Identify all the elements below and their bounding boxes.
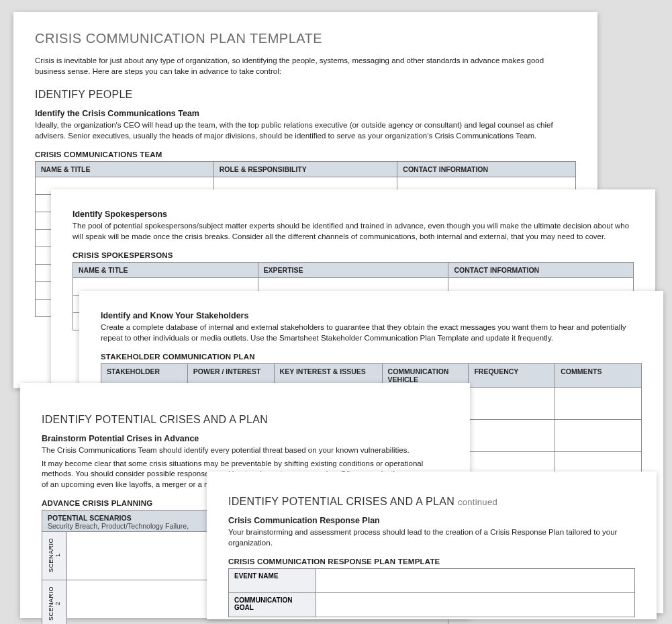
page1-intro: Crisis is inevitable for just about any … [35,56,576,77]
page3-sub-title: Identify and Know Your Stakeholders [101,311,642,320]
row-comm-goal: COMMUNICATION GOAL [229,593,316,617]
page5-table-title: CRISIS COMMUNICATION RESPONSE PLAN TEMPL… [228,558,635,566]
page1-sub1-body: Ideally, the organization's CEO will hea… [35,120,576,141]
page2-table-title: CRISIS SPOKESPERSONS [73,251,634,259]
page1-section-heading: IDENTIFY PEOPLE [35,89,576,101]
table-row: EVENT NAME [229,569,635,593]
scenario-1-label: SCENARIO 1 [48,535,61,575]
col-comments: COMMENTS [555,364,642,388]
col-expertise: EXPERTISE [258,263,448,278]
col-name-title: NAME & TITLE [36,162,214,177]
scenario-2-label: SCENARIO 2 [48,584,61,623]
page3-sub-body: Create a complete database of internal a… [101,322,642,343]
col-contact: CONTACT INFORMATION [397,162,576,177]
col-contact: CONTACT INFORMATION [448,263,634,278]
page5-sec-title: IDENTIFY POTENTIAL CRISES AND A PLAN [228,496,454,507]
page2-sub-title: Identify Spokespersons [73,210,634,219]
col-role: ROLE & RESPONSIBILITY [213,162,397,177]
table-header-row: NAME & TITLE EXPERTISE CONTACT INFORMATI… [73,263,634,278]
page4-body1: The Crisis Communications Team should id… [42,445,448,456]
table-header-row: NAME & TITLE ROLE & RESPONSIBILITY CONTA… [36,162,576,177]
page3-table-title: STAKEHOLDER COMMUNICATION PLAN [101,353,642,361]
page5-body: Your brainstorming and assessment proces… [228,527,635,548]
row-event-name: EVENT NAME [229,569,316,593]
doc-page-5: IDENTIFY POTENTIAL CRISES AND A PLAN con… [207,472,657,619]
table-row: COMMUNICATION GOAL [229,593,635,617]
response-plan-table: EVENT NAME COMMUNICATION GOAL [228,568,635,617]
continued-label: continued [458,497,497,507]
page4-sub-title: Brainstorm Potential Crises in Advance [42,434,448,443]
page1-title: CRISIS COMMUNICATION PLAN TEMPLATE [35,31,576,46]
col-name-title: NAME & TITLE [73,263,258,278]
col-frequency: FREQUENCY [469,364,555,388]
page2-sub-body: The pool of potential spokespersons/subj… [73,221,634,242]
page1-sub1-title: Identify the Crisis Communications Team [35,109,576,118]
page4-section-heading: IDENTIFY POTENTIAL CRISES AND A PLAN [42,414,448,426]
page5-sub-title: Crisis Communication Response Plan [228,516,635,525]
page1-table1-title: CRISIS COMMUNICATIONS TEAM [35,150,576,159]
page5-section-heading: IDENTIFY POTENTIAL CRISES AND A PLAN con… [228,496,635,508]
